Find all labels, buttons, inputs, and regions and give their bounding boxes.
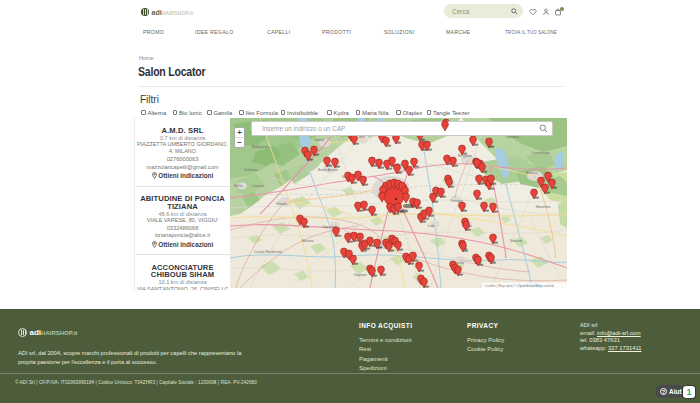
- svg-text:Novara: Novara: [276, 202, 287, 206]
- svg-text:Manerbio: Manerbio: [536, 205, 550, 209]
- svg-text:Cossato: Cossato: [252, 184, 265, 188]
- svg-text:Borgosesia: Borgosesia: [252, 145, 269, 149]
- svg-text:Soncino: Soncino: [510, 239, 522, 243]
- svg-text:Lumezzane: Lumezzane: [532, 151, 550, 155]
- svg-text:Leaflet | Map data © OpenStree: Leaflet | Map data © OpenStreetMap contr…: [485, 284, 555, 288]
- svg-text:Lodi: Lodi: [428, 224, 435, 228]
- svg-text:Busto Arsizio: Busto Arsizio: [318, 168, 338, 172]
- svg-text:Voghera: Voghera: [354, 273, 367, 277]
- svg-text:Varese: Varese: [314, 138, 325, 142]
- svg-text:Mortara: Mortara: [302, 239, 314, 243]
- svg-text:Biella: Biella: [234, 184, 242, 188]
- svg-text:Brescia: Brescia: [526, 171, 537, 175]
- svg-text:Gattinara: Gattinara: [244, 168, 258, 172]
- svg-text:Casale Monferrato: Casale Monferrato: [254, 250, 282, 254]
